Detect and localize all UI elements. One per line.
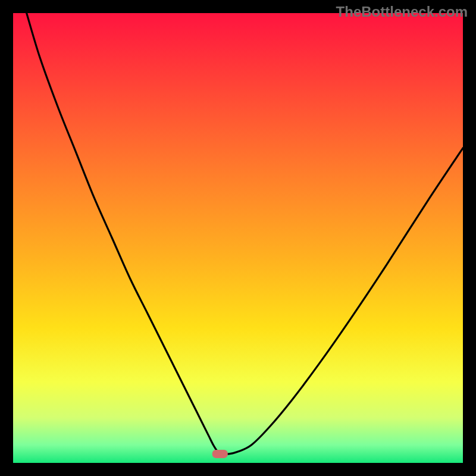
optimal-marker xyxy=(212,450,228,458)
chart-frame: TheBottleneck.com xyxy=(0,0,476,476)
plot-area xyxy=(13,13,463,463)
watermark-text: TheBottleneck.com xyxy=(336,4,468,20)
bottleneck-chart xyxy=(13,13,463,463)
gradient-background xyxy=(13,13,463,463)
